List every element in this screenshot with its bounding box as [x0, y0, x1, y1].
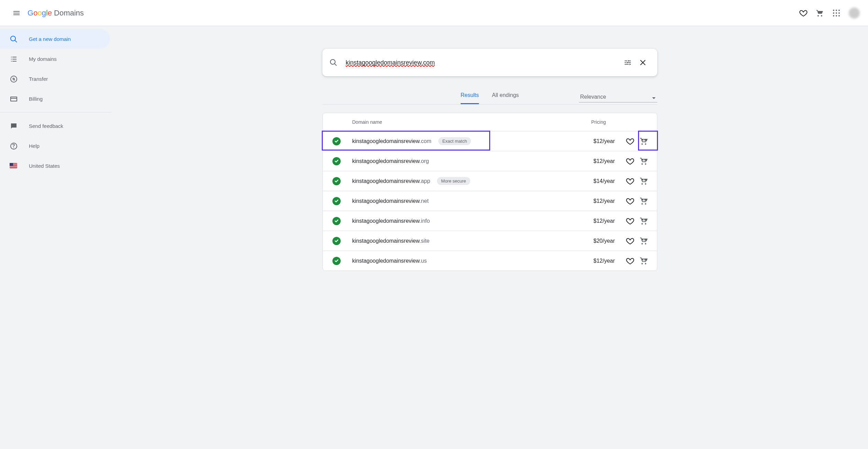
google-domains-logo[interactable]: Google Domains	[28, 9, 84, 18]
chevron-down-icon	[650, 94, 656, 100]
check-icon	[332, 137, 341, 145]
column-domain: Domain name	[352, 119, 382, 125]
search-icon	[10, 35, 17, 43]
check-icon	[332, 177, 341, 185]
favorite-button[interactable]	[623, 154, 637, 168]
results-tabs: Results All endings Relevance	[322, 92, 657, 105]
sidebar-item-label: Send feedback	[29, 123, 63, 129]
price: $12/year	[593, 218, 615, 224]
domain-search-bar: kinstagoogledomainsreview.com	[322, 49, 657, 76]
table-row[interactable]: kinstagoogledomainsreview.org $12/year	[323, 151, 657, 171]
chip-secure: More secure	[437, 177, 470, 185]
sidebar-item-label: Transfer	[29, 76, 48, 82]
sidebar-item-label: My domains	[29, 56, 57, 62]
domain-name: kinstagoogledomainsreview.org	[352, 158, 429, 164]
sidebar-item-label: Billing	[29, 96, 43, 102]
sidebar-item-transfer[interactable]: Transfer	[0, 69, 110, 89]
menu-icon	[12, 9, 21, 17]
menu-button[interactable]	[8, 5, 25, 21]
search-input[interactable]: kinstagoogledomainsreview.com	[346, 59, 435, 66]
sidebar: Get a new domain My domains Transfer Bil…	[0, 26, 111, 449]
card-icon	[10, 95, 17, 102]
price: $12/year	[593, 258, 615, 264]
check-icon	[332, 157, 341, 165]
help-icon	[10, 142, 17, 150]
check-icon	[332, 197, 341, 205]
main-content: kinstagoogledomainsreview.com Results Al…	[111, 26, 868, 449]
close-icon	[639, 58, 647, 67]
sidebar-item-label: United States	[29, 163, 60, 169]
sidebar-item-billing[interactable]: Billing	[0, 89, 110, 109]
add-to-cart-button[interactable]	[637, 174, 651, 188]
price: $12/year	[593, 198, 615, 204]
add-to-cart-button[interactable]	[637, 214, 651, 228]
search-filters-button[interactable]	[620, 55, 635, 70]
add-to-cart-button[interactable]	[637, 154, 651, 168]
sort-dropdown[interactable]: Relevance	[579, 94, 657, 102]
clear-search-button[interactable]	[635, 55, 650, 70]
chip-exact: Exact match	[438, 137, 471, 145]
favorite-button[interactable]	[623, 174, 637, 188]
list-icon	[10, 55, 17, 63]
check-icon	[332, 257, 341, 265]
add-to-cart-button[interactable]	[637, 254, 651, 268]
domain-name: kinstagoogledomainsreview.com	[352, 138, 431, 144]
tune-icon	[624, 58, 632, 67]
favorite-button[interactable]	[623, 234, 637, 248]
check-icon	[332, 217, 341, 225]
sidebar-separator	[0, 112, 111, 112]
account-avatar[interactable]	[849, 8, 860, 19]
add-to-cart-button[interactable]	[637, 134, 651, 148]
table-row[interactable]: kinstagoogledomainsreview.net $12/year	[323, 191, 657, 211]
price: $12/year	[593, 158, 615, 164]
price: $20/year	[593, 238, 615, 244]
feedback-icon	[10, 122, 17, 130]
sidebar-item-label: Get a new domain	[29, 36, 71, 42]
us-flag-icon	[10, 163, 17, 168]
favorite-button[interactable]	[623, 254, 637, 268]
heart-icon	[799, 9, 807, 17]
sidebar-item-new-domain[interactable]: Get a new domain	[0, 29, 110, 49]
domain-name: kinstagoogledomainsreview.app	[352, 178, 430, 184]
domain-name: kinstagoogledomainsreview.info	[352, 218, 430, 224]
domain-name: kinstagoogledomainsreview.net	[352, 198, 429, 204]
favorite-button[interactable]	[623, 134, 637, 148]
check-icon	[332, 237, 341, 245]
add-to-cart-button[interactable]	[637, 194, 651, 208]
table-header: Domain name Pricing	[323, 113, 657, 131]
table-row[interactable]: kinstagoogledomainsreview.us $12/year	[323, 251, 657, 271]
app-header: Google Domains	[0, 0, 868, 26]
add-to-cart-button[interactable]	[637, 234, 651, 248]
apps-icon	[832, 9, 840, 17]
favorites-button[interactable]	[795, 5, 812, 21]
column-pricing: Pricing	[591, 119, 606, 125]
tab-results[interactable]: Results	[461, 92, 479, 104]
price: $14/year	[593, 178, 615, 184]
sidebar-item-feedback[interactable]: Send feedback	[0, 116, 110, 136]
cart-icon	[816, 9, 824, 17]
sidebar-item-help[interactable]: Help	[0, 136, 110, 156]
sidebar-item-country[interactable]: United States	[0, 156, 110, 176]
table-row[interactable]: kinstagoogledomainsreview.info $12/year	[323, 211, 657, 231]
table-row[interactable]: kinstagoogledomainsreview.com Exact matc…	[323, 131, 657, 151]
domain-name: kinstagoogledomainsreview.site	[352, 238, 430, 244]
favorite-button[interactable]	[623, 194, 637, 208]
price: $12/year	[593, 138, 615, 144]
table-row[interactable]: kinstagoogledomainsreview.site $20/year	[323, 231, 657, 251]
transfer-icon	[10, 75, 17, 83]
tab-all-endings[interactable]: All endings	[492, 92, 519, 104]
results-table: Domain name Pricing kinstagoogledomainsr…	[322, 113, 657, 271]
google-apps-button[interactable]	[828, 5, 845, 21]
sidebar-item-label: Help	[29, 143, 40, 149]
cart-button[interactable]	[812, 5, 828, 21]
favorite-button[interactable]	[623, 214, 637, 228]
domain-name: kinstagoogledomainsreview.us	[352, 258, 427, 264]
sidebar-item-my-domains[interactable]: My domains	[0, 49, 110, 69]
logo-subtitle: Domains	[54, 9, 84, 18]
search-icon	[329, 58, 338, 67]
table-row[interactable]: kinstagoogledomainsreview.app More secur…	[323, 171, 657, 191]
sort-label: Relevance	[580, 94, 606, 100]
